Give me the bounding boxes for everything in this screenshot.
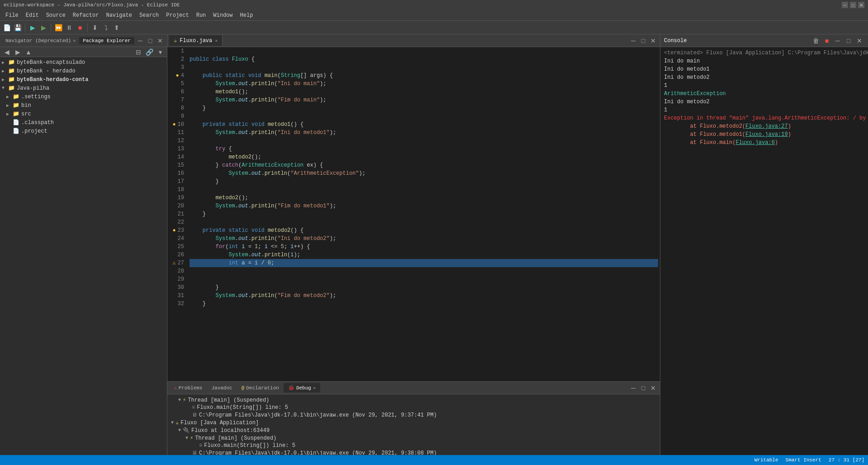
line-27: ⚠27 (171, 259, 184, 267)
resume-button[interactable]: ⏩ (53, 23, 63, 33)
tree-item-classpath[interactable]: 📄 .classpath (0, 118, 167, 127)
close-editor[interactable]: ✕ (648, 36, 658, 46)
minimize-button[interactable]: ─ (842, 2, 848, 8)
tab-declaration[interactable]: @ Declaration (237, 384, 284, 393)
forward-button[interactable]: ▶ (13, 47, 23, 57)
window-controls[interactable]: ─ □ ✕ (842, 2, 864, 8)
menu-help[interactable]: Help (237, 11, 257, 19)
close-console[interactable]: ✕ (854, 36, 864, 46)
line-numbers: 1 2 3 ●4 5 6 7 8 9 ●10 11 12 13 1 (167, 47, 188, 381)
line-21: 21 (171, 210, 184, 218)
clear-console-button[interactable]: 🗑 (811, 36, 821, 46)
tab-navigator[interactable]: Navigator (Deprecated) ✕ (2, 37, 79, 44)
save-button[interactable]: 💾 (13, 23, 23, 33)
terminate-console-button[interactable]: ■ (822, 36, 832, 46)
toolbar-separator-1 (25, 23, 25, 32)
line-11: 11 (171, 129, 184, 137)
tree-item-bytebank-herdado[interactable]: ▶ 📁 byteBank - herdado (0, 67, 167, 75)
step-over-button[interactable]: ⤵ (101, 23, 111, 33)
debug-thread-1[interactable]: ▼ ⚡ Thread [main] (Suspended) (171, 396, 656, 404)
close-bottom-panel[interactable]: ✕ (648, 383, 658, 393)
line-26: 26 (171, 251, 184, 259)
status-right: Writable Smart Insert 27 : 31 [27] (754, 457, 864, 463)
menu-project[interactable]: Project (162, 11, 192, 19)
menu-window[interactable]: Window (209, 11, 236, 19)
editor-tabs: ☕ Fluxo.java ✕ ─ □ ✕ (167, 34, 660, 47)
console-line-arithmetic: ArithmeticException (664, 90, 864, 98)
line-24: 24 (171, 235, 184, 243)
close-button[interactable]: ✕ (858, 2, 864, 8)
suspend-button[interactable]: ⏸ (64, 23, 74, 33)
close-debug-tab[interactable]: ✕ (313, 385, 316, 391)
menu-run[interactable]: Run (193, 11, 210, 19)
tree-item-java-pilha[interactable]: ▼ 📁 Java-pilha (0, 84, 167, 92)
menu-refactor[interactable]: Refactor (69, 11, 103, 19)
maximize-button[interactable]: □ (850, 2, 856, 8)
back-button[interactable]: ◀ (2, 47, 12, 57)
debug-thread-2[interactable]: ▼ ⚡ Thread [main] (Suspended) (171, 434, 656, 442)
step-into-button[interactable]: ⬇ (90, 23, 100, 33)
debug-content: ▼ ⚡ Thread [main] (Suspended) ≡ Fluxo.ma… (167, 394, 660, 465)
code-line-22 (190, 218, 658, 226)
maximize-console[interactable]: □ (844, 36, 854, 46)
debug-frame-2[interactable]: ≡ Fluxo.main(String[]) line: 5 (171, 442, 656, 449)
menu-navigate[interactable]: Navigate (102, 11, 136, 19)
tree-item-src[interactable]: ▶ 📁 src (0, 110, 167, 118)
menu-search[interactable]: Search (136, 11, 162, 19)
tree-item-bin[interactable]: ▶ 📁 bin (0, 101, 167, 110)
run-button[interactable]: ▶ (38, 23, 48, 33)
maximize-bottom-panel[interactable]: □ (638, 383, 648, 393)
debug-frame-1[interactable]: ≡ Fluxo.main(String[]) line: 5 (171, 404, 656, 411)
code-editor-area[interactable]: 1 2 3 ●4 5 6 7 8 9 ●10 11 12 13 1 (167, 47, 660, 381)
line-15: 15 (171, 161, 184, 169)
line-10: ●10 (171, 120, 184, 129)
console-link-27[interactable]: Fluxo.java:27 (745, 123, 788, 129)
view-menu-button[interactable]: ▾ (155, 47, 165, 57)
line-9: 9 (171, 112, 184, 120)
maximize-left-panel[interactable]: □ (145, 36, 155, 46)
maximize-editor[interactable]: □ (638, 36, 648, 46)
step-return-button[interactable]: ⬆ (112, 23, 122, 33)
debug-app-1[interactable]: ▼ ☕ Fluxo [Java Application] (171, 419, 656, 427)
new-button[interactable]: 📄 (2, 23, 12, 33)
minimize-console[interactable]: ─ (833, 36, 843, 46)
tab-package-explorer[interactable]: Package Explorer (79, 37, 134, 44)
close-navigator-tab[interactable]: ✕ (73, 38, 76, 43)
tab-problems[interactable]: ⚠ Problems (169, 383, 207, 393)
console-line-1: 1 (664, 81, 864, 90)
tree-item-bytebank-encaptsulado[interactable]: ▶ 📁 byteBank-encaptsulado (0, 58, 167, 67)
up-button[interactable]: ▲ (24, 47, 33, 57)
tree-item-project[interactable]: 📄 .project (0, 127, 167, 135)
minimize-editor[interactable]: ─ (628, 36, 638, 46)
code-line-23: private static void metodo2() { (190, 226, 658, 235)
close-editor-tab[interactable]: ✕ (215, 38, 218, 43)
close-left-panel[interactable]: ✕ (155, 36, 165, 46)
status-writable: Writable (754, 457, 778, 463)
tree-item-settings[interactable]: ▶ 📁 .settings (0, 92, 167, 101)
tab-debug[interactable]: 🐞 Debug ✕ (284, 383, 320, 393)
code-editor[interactable]: 1 2 3 ●4 5 6 7 8 9 ●10 11 12 13 1 (167, 47, 660, 381)
debug-jvm-1[interactable]: 🖥 C:\Program Files\Java\jdk-17.0.1\bin\j… (171, 411, 656, 419)
tab-fluxo-java[interactable]: ☕ Fluxo.java ✕ (169, 35, 223, 46)
line-20: 20 (171, 202, 184, 210)
line-2: 2 (171, 55, 184, 63)
console-line-1-2: 1 (664, 106, 864, 114)
console-link-19[interactable]: Fluxo.java:19 (745, 131, 788, 138)
link-editor-button[interactable]: 🔗 (144, 47, 154, 57)
code-line-28 (190, 267, 658, 275)
menu-file[interactable]: File (2, 11, 22, 19)
minimize-left-panel[interactable]: ─ (135, 36, 145, 46)
collapse-all-button[interactable]: ⊟ (133, 47, 143, 57)
debug-button[interactable]: ▶ (28, 23, 38, 33)
minimize-bottom-panel[interactable]: ─ (628, 383, 638, 393)
code-content[interactable]: public class Fluxo { public static void … (188, 47, 660, 381)
terminate-button[interactable]: ■ (75, 23, 85, 33)
code-line-4: public static void main(String[] args) { (190, 72, 658, 80)
center-area: ☕ Fluxo.java ✕ ─ □ ✕ 1 2 3 ●4 5 (167, 34, 660, 465)
debug-connection[interactable]: ▼ 🔌 Fluxo at localhost:63449 (171, 427, 656, 434)
tree-item-bytebank-herdado-conta[interactable]: ▶ 📁 byteBank-herdado-conta (0, 75, 167, 84)
menu-source[interactable]: Source (43, 11, 69, 19)
console-link-6[interactable]: Fluxo.java:6 (735, 139, 774, 146)
tab-javadoc[interactable]: Javadoc (207, 384, 237, 393)
menu-edit[interactable]: Edit (22, 11, 43, 19)
